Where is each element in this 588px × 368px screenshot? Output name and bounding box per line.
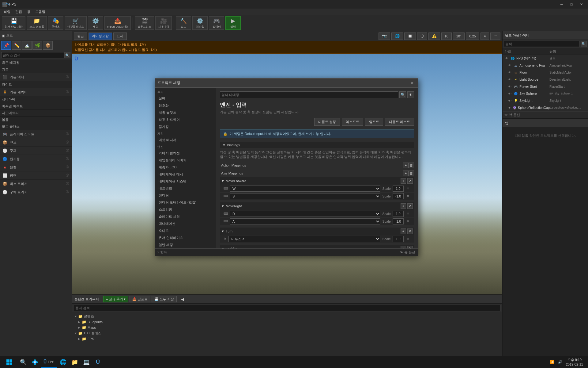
sphere-trigger-info[interactable]: ⓘ xyxy=(65,190,70,194)
toolbar-datasmith-btn[interactable]: 📥 Import Datasmith xyxy=(104,16,131,30)
toolbar-blueprint-btn[interactable]: 🎬 블루프린트 xyxy=(135,16,154,30)
sidebar-item-lod[interactable]: 계층화 LOD xyxy=(155,164,216,171)
outliner-fps-editor[interactable]: 👁 🌐 FPS (에디터) 월드 xyxy=(503,55,588,62)
item-box-trigger[interactable]: 📦 박스 트리거 ⓘ xyxy=(0,180,72,188)
view-options-btn[interactable]: 👁 뷰 옵션 xyxy=(400,250,415,255)
vp-options[interactable]: ⋯ xyxy=(490,33,500,40)
sidebar-item-asset-manager[interactable]: 애셋 매니저 xyxy=(155,136,216,144)
sidebar-item-maps[interactable]: 끊기징 xyxy=(155,123,216,130)
export-btn[interactable]: 익스포트 xyxy=(342,118,363,126)
item-cylinder[interactable]: 🔵 원기둥 ⓘ xyxy=(0,155,72,163)
actor-info-icon[interactable]: ⓘ xyxy=(65,75,70,79)
toolbar-build-btn[interactable]: 🔨 빌드 xyxy=(176,16,191,30)
sidebar-item-audio[interactable]: 오디오 xyxy=(155,227,216,234)
cone-info[interactable]: ⓘ xyxy=(65,165,70,170)
vp-btn-recent[interactable]: 원근 xyxy=(74,33,87,40)
item-basic-actor[interactable]: ⬛ 기본 액터 ⓘ xyxy=(0,73,72,81)
vp-btn-perspective-icon[interactable]: 📷 xyxy=(379,33,390,40)
outliner-sky-light[interactable]: 👁 💡 SkyLight SkyLight xyxy=(503,97,588,104)
close-button[interactable]: ✕ xyxy=(577,1,586,8)
axis-row-w-del[interactable]: ✕ xyxy=(405,186,410,191)
item-sphere-trigger[interactable]: ⚪ 구체 트리거 ⓘ xyxy=(0,188,72,196)
axis-row-s-del[interactable]: ✕ xyxy=(405,194,410,199)
import-btn[interactable]: 임포트 xyxy=(365,118,383,126)
mode-landscape-btn[interactable]: 🏔️ xyxy=(22,41,32,50)
axis-row-d-del[interactable]: ✕ xyxy=(405,211,410,216)
tray-clock[interactable]: 오후 9:19 2019-02-11 xyxy=(565,358,584,366)
toolbar-selector-btn[interactable]: 🎮 셀렉터 xyxy=(209,16,224,30)
menu-item-file[interactable]: 파일 xyxy=(1,9,13,15)
sidebar-item-gameplay-debug[interactable]: 게임플레이 디버거 xyxy=(155,157,216,164)
key-select-d[interactable]: D xyxy=(230,211,380,217)
outliner-light-source[interactable]: 👁 ☀ Light Source DirectionalLight xyxy=(503,76,588,83)
tree-item-fps[interactable]: ▶ 📁 FPS xyxy=(73,336,132,342)
sidebar-item-gc[interactable]: 가바지 컬렉션 xyxy=(155,150,216,157)
sidebar-item-network[interactable]: 네트워크 xyxy=(155,185,216,192)
sidebar-item-navsys[interactable]: 내비게이션 시스템 xyxy=(155,178,216,185)
sidebar-item-rendering-override[interactable]: 렌더링 오버라이드 (로컬) xyxy=(155,199,216,206)
key-select-a[interactable]: A xyxy=(230,218,380,224)
axis-row-a-del[interactable]: ✕ xyxy=(405,219,410,224)
vp-btn-show[interactable]: 표시 xyxy=(113,33,127,40)
maximize-button[interactable]: □ xyxy=(567,1,576,8)
menu-item-edit[interactable]: 편집 xyxy=(13,9,24,15)
sidebar-item-encrypt[interactable]: 암호화 xyxy=(155,102,216,109)
moveforward-add-btn[interactable]: + xyxy=(401,178,406,184)
mode-mesh-btn[interactable]: 📦 xyxy=(43,41,53,50)
item-cube[interactable]: 📦 큐브 ⓘ xyxy=(0,138,72,147)
sidebar-item-plugins[interactable]: 저원 블럿즈 xyxy=(155,109,216,116)
sidebar-item-slate[interactable]: 슬레이트 세팅 xyxy=(155,213,216,220)
item-basic-character[interactable]: 🧍 기본 캐릭터 ⓘ xyxy=(0,88,72,96)
default-list-btn[interactable]: 다폴트 리스트 xyxy=(385,118,414,126)
cb-save-all-btn[interactable]: 💾 모두 저장 xyxy=(152,296,177,302)
sidebar-item-streaming[interactable]: 스트리밍 xyxy=(155,206,216,213)
lookup-del-btn[interactable]: ✕ xyxy=(407,246,413,248)
scale-input-d[interactable] xyxy=(393,211,404,217)
tray-network-icon[interactable]: 📶 xyxy=(549,360,556,364)
content-search-btn[interactable]: 🔍 xyxy=(399,91,406,98)
cb-import-btn[interactable]: 📥 임포트 xyxy=(130,296,150,302)
taskbar-chrome-icon[interactable]: 🌐 xyxy=(58,357,69,368)
taskbar-task-icon[interactable]: 💠 xyxy=(29,357,40,368)
sidebar-item-navmesh[interactable]: 내비게이션 메시 xyxy=(155,171,216,178)
axis-mappings-add-btn[interactable]: + xyxy=(403,171,409,176)
dialog-close-btn[interactable]: ✕ xyxy=(409,80,415,86)
sidebar-item-animation[interactable]: 애니메이션 xyxy=(155,220,216,227)
tray-volume-icon[interactable]: 🔊 xyxy=(557,360,564,364)
mode-paint-btn[interactable]: ✏️ xyxy=(12,41,21,50)
key-select-s[interactable]: S xyxy=(230,193,380,199)
content-view-btn[interactable]: 👁 xyxy=(407,91,414,98)
cylinder-info[interactable]: ⓘ xyxy=(65,156,70,161)
vp-camera-speed[interactable]: 4 xyxy=(481,33,489,40)
menu-item-help[interactable]: 도움말 xyxy=(33,9,48,15)
vp-btn-detail-icon[interactable]: ⚠️ xyxy=(428,33,440,40)
scale-input-w[interactable] xyxy=(393,186,404,192)
char-info-icon[interactable]: ⓘ xyxy=(65,90,70,94)
content-search-input[interactable] xyxy=(220,91,398,98)
cube-info[interactable]: ⓘ xyxy=(65,140,70,145)
minimize-button[interactable]: ─ xyxy=(557,1,566,8)
sphere-info[interactable]: ⓘ xyxy=(65,148,70,153)
tree-item-content[interactable]: ▼ 📁 콘텐츠 xyxy=(73,313,132,319)
outliner-search-input[interactable] xyxy=(504,41,579,47)
sidebar-item-hardware[interactable]: 타깃 하드웨어 xyxy=(155,116,216,123)
taskbar-ue4-app[interactable]: Ü FPS xyxy=(41,357,57,368)
moveforward-del-btn[interactable]: ✕ xyxy=(407,178,413,184)
tree-item-maps[interactable]: ▶ 📁 Maps xyxy=(73,325,132,330)
item-cone[interactable]: 🔺 원뿔 ⓘ xyxy=(0,163,72,171)
sidebar-item-rendering[interactable]: 렌더링 xyxy=(155,192,216,199)
turn-del-btn[interactable]: ✕ xyxy=(407,228,413,234)
cb-main-area[interactable] xyxy=(133,312,502,356)
vp-scale-snap[interactable]: 0.25 xyxy=(466,33,479,40)
plane-info[interactable]: ⓘ xyxy=(65,173,70,178)
toolbar-save-btn[interactable]: 💾 원저 란법 저장 xyxy=(2,16,25,30)
sidebar-item-general[interactable]: 일반 세팅 xyxy=(155,241,216,248)
tree-item-cpp[interactable]: ▼ 📁 C++ 클래스 xyxy=(73,330,132,336)
class-search-input[interactable] xyxy=(1,52,64,58)
moveright-add-btn[interactable]: + xyxy=(401,203,406,209)
menu-item-window[interactable]: 창 xyxy=(24,9,33,15)
action-mappings-add-btn[interactable]: + xyxy=(403,163,409,168)
toolbar-settings-btn[interactable]: ⚙️ 세팅 xyxy=(88,16,103,30)
item-plane[interactable]: ⬜ 평면 ⓘ xyxy=(0,171,72,180)
lookup-add-btn[interactable]: + xyxy=(401,246,406,248)
